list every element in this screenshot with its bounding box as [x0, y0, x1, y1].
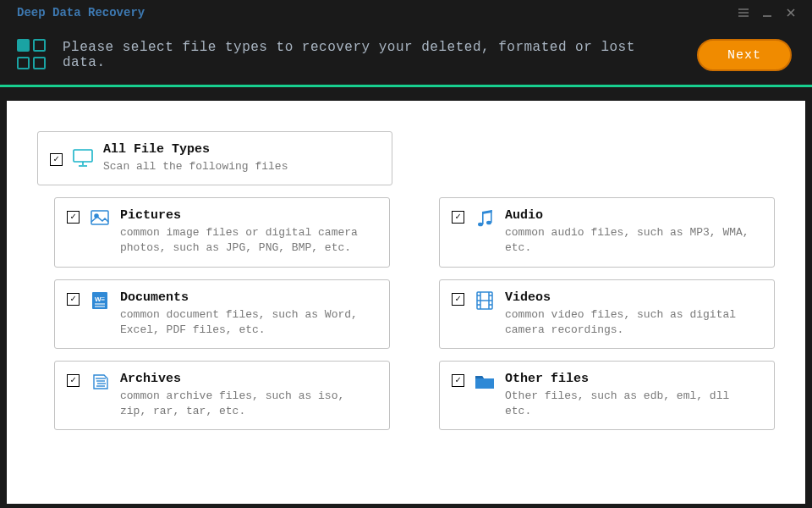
- next-button[interactable]: Next: [697, 39, 792, 71]
- card-title: Archives: [120, 372, 377, 386]
- card-videos[interactable]: ✓ Videos common video files, such as dig…: [439, 279, 775, 349]
- content-panel: ✓ All File Types Scan all the following …: [7, 101, 805, 504]
- header-prompt: Please select file types to recovery you…: [63, 40, 683, 70]
- checkbox-archives[interactable]: ✓: [67, 374, 80, 387]
- card-title: Videos: [505, 290, 762, 305]
- svg-rect-6: [74, 150, 92, 162]
- card-archives[interactable]: ✓ Archives common archive files, such as…: [54, 361, 390, 430]
- card-desc: common audio files, such as MP3, WMA, et…: [505, 225, 762, 256]
- card-desc: Scan all the following files: [103, 159, 380, 174]
- app-logo-icon: [17, 39, 49, 71]
- music-note-icon: [475, 208, 495, 229]
- header: Please select file types to recovery you…: [0, 25, 812, 85]
- menu-icon[interactable]: [734, 3, 753, 22]
- card-title: All File Types: [103, 142, 380, 157]
- checkbox-documents[interactable]: ✓: [67, 293, 80, 306]
- titlebar: Deep Data Recovery: [0, 0, 812, 25]
- checkbox-pictures[interactable]: ✓: [67, 211, 80, 224]
- card-title: Documents: [120, 290, 377, 305]
- minimize-icon[interactable]: [758, 3, 776, 22]
- card-desc: common video files, such as digital came…: [505, 307, 762, 338]
- monitor-icon: [73, 148, 93, 168]
- card-pictures[interactable]: ✓ Pictures common image files or digital…: [54, 197, 390, 267]
- card-desc: common document files, such as Word, Exc…: [120, 307, 377, 338]
- next-button-label: Next: [727, 48, 761, 63]
- film-icon: [475, 290, 495, 311]
- card-documents[interactable]: ✓ W≡ Documents common document files, su…: [54, 279, 390, 349]
- archive-icon: [90, 372, 110, 392]
- accent-divider: [0, 85, 812, 87]
- file-type-grid: ✓ Pictures common image files or digital…: [37, 197, 775, 430]
- checkbox-all[interactable]: ✓: [50, 153, 63, 166]
- card-desc: Other files, such as edb, eml, dll etc.: [505, 389, 762, 419]
- app-title: Deep Data Recovery: [17, 6, 729, 19]
- card-desc: common archive files, such as iso, zip, …: [120, 389, 377, 419]
- svg-rect-9: [91, 211, 108, 224]
- checkbox-audio[interactable]: ✓: [452, 211, 464, 224]
- card-all-file-types[interactable]: ✓ All File Types Scan all the following …: [37, 131, 392, 185]
- checkbox-other[interactable]: ✓: [452, 374, 464, 387]
- card-desc: common image files or digital camera pho…: [120, 225, 377, 256]
- card-title: Other files: [505, 372, 762, 386]
- card-audio[interactable]: ✓ Audio common audio files, such as MP3,…: [439, 197, 775, 267]
- document-icon: W≡: [90, 290, 110, 311]
- card-title: Audio: [505, 208, 762, 223]
- close-icon[interactable]: [782, 3, 800, 22]
- checkbox-videos[interactable]: ✓: [452, 293, 464, 306]
- card-other-files[interactable]: ✓ Other files Other files, such as edb, …: [439, 361, 775, 430]
- image-icon: [90, 208, 110, 229]
- folder-icon: [475, 372, 495, 392]
- svg-text:W≡: W≡: [95, 295, 106, 303]
- card-title: Pictures: [120, 208, 377, 223]
